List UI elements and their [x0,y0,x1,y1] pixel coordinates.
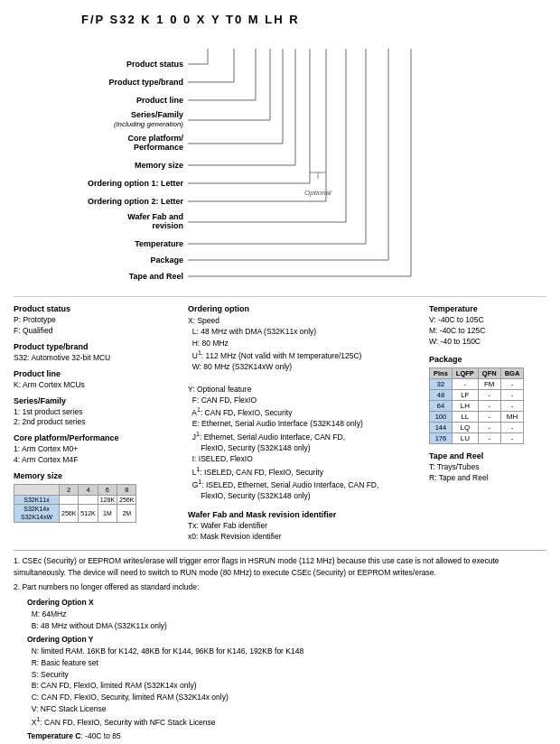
pkg-row-64: 64LH-- [430,400,524,411]
svg-text:Wafer Fab and: Wafer Fab and [127,212,183,221]
note-2-ordering-y: Ordering Option Y N: limited RAM. 16KB f… [14,634,546,728]
mem-row2-label: S32K14xS32K14xW [14,505,60,523]
diagram-svg: Product status Product type/brand Produc… [14,33,555,285]
svg-text:Product type/brand: Product type/brand [108,78,183,87]
series-family-title: Series/Family [14,396,181,405]
notes-section: 1. CSEc (Security) or EEPROM writes/eras… [14,550,546,744]
ordering-x-b: B: 48 MHz without DMA (S32K11x only) [27,621,167,630]
bottom-content: Product status P: PrototypeF: Qualified … [14,296,546,543]
ordering-option-title: Ordering option [188,304,422,313]
ordering-y-s: S: Security [27,670,69,679]
svg-text:(including generation): (including generation) [114,120,183,128]
note-2: 2. Part numbers no longer offered as sta… [14,581,546,593]
note-2-ordering-x: Ordering Option X M: 64MHz B: 48 MHz wit… [14,597,546,631]
svg-text:Ordering option 1: Letter: Ordering option 1: Letter [88,179,183,188]
mid-column: Ordering option X: Speed L: 48 MHz with … [188,304,422,543]
product-status-text: P: PrototypeF: Qualified [14,315,181,337]
svg-text:Performance: Performance [134,143,183,152]
pkg-row-100: 100LL-MH [430,411,524,422]
page: F/P S32 K 1 0 0 X Y T0 M LH R Product st… [0,0,560,744]
temperature-c-title: Temperature C [27,731,80,740]
ordering-y-v: V: NFC Stack License [27,704,107,713]
part-number-svg: F/P S32 K 1 0 0 X Y T0 M LH R [72,9,488,29]
ordering-x-note-title: Ordering Option X [27,598,94,607]
pkg-row-48: 48LF-- [430,389,524,400]
pkg-row-176: 176LU-- [430,432,524,443]
pkg-row-144: 144LQ-- [430,422,524,432]
svg-text:Package: Package [150,256,183,265]
wafer-fab-title: Wafer Fab and Mask revision identifier [188,510,422,519]
svg-text:Ordering option 2: Letter: Ordering option 2: Letter [88,197,183,206]
diagram-section: F/P S32 K 1 0 0 X Y T0 M LH R Product st… [14,9,546,287]
left-column: Product status P: PrototypeF: Qualified … [14,304,181,543]
svg-text:Tape and Reel: Tape and Reel [129,272,183,281]
product-status-title: Product status [14,304,181,313]
tape-reel-text: T: Trays/Tubes R: Tape and Reel [429,462,546,484]
memory-table: 2 4 6 8 S32K11x 128K 256K S32K14xS32K14x… [14,484,136,523]
svg-text:Product status: Product status [126,60,183,69]
series-family-text: 1: 1st product series2: 2nd product seri… [14,407,181,429]
mem-header-4: 4 [79,485,98,496]
package-title: Package [429,355,546,364]
temperature-c-text: : -40C to 85 [80,731,120,740]
tape-reel-title: Tape and Reel [429,451,546,460]
ordering-y-n: N: limited RAM. 16KB for K142, 48KB for … [27,646,303,656]
svg-text:Memory size: Memory size [135,161,183,170]
product-line-title: Product line [14,369,181,378]
memory-size-title: Memory size [14,471,181,480]
ordering-x-m: M: 64MHz [27,609,66,618]
mem-header-6: 6 [98,485,117,496]
pkg-header-qfn: QFN [478,367,500,378]
product-type-text: S32: Automotive 32-bit MCU [14,353,181,364]
pkg-header-lqfp: LQFP [452,367,478,378]
svg-text:F/P  S32  K  1  0  0  X  Y  T0: F/P S32 K 1 0 0 X Y T0 M LH R [81,13,300,26]
pkg-header-bga: BGA [500,367,524,378]
core-platform-title: Core platform/Performance [14,433,181,442]
svg-text:Optional: Optional [304,189,331,197]
pkg-row-32: 32-FM- [430,378,524,389]
mem-header-2: 2 [60,485,79,496]
wafer-fab-text: Tx: Wafer Fab identifier x0: Mask Revisi… [188,521,422,543]
ordering-y-note-title: Ordering Option Y [27,635,94,644]
ordering-y-b: B: CAN FD, FlexIO, limited RAM (S32K14x … [27,681,197,690]
temperature-title: Temperature [429,304,546,313]
pkg-header-pins: Pins [430,367,453,378]
ordering-y-x: X1: CAN FD, FlexIO, Security with NFC St… [27,718,215,727]
mem-header-8: 8 [117,485,136,496]
mem-row1-label: S32K11x [14,496,60,505]
right-column: Temperature V: -40C to 105C M: -40C to 1… [429,304,546,543]
svg-text:Series/Family: Series/Family [131,110,183,119]
temperature-note: Temperature C: -40C to 85 [14,730,546,742]
svg-text:Temperature: Temperature [135,239,183,248]
note-1: 1. CSEc (Security) or EEPROM writes/eras… [14,555,546,579]
ordering-y-c: C: CAN FD, FlexIO, Security, limited RAM… [27,693,229,702]
temperature-text: V: -40C to 105C M: -40C to 125C W: -40 t… [429,315,546,348]
svg-text:Product line: Product line [136,96,183,105]
svg-text:revision: revision [152,221,183,230]
product-line-text: K: Arm Cortex MCUs [14,380,181,391]
package-table: Pins LQFP QFN BGA 32-FM- 48LF-- 64LH-- [429,367,524,444]
ordering-y-r: R: Basic feature set [27,658,98,667]
svg-text:Core platform/: Core platform/ [127,134,183,143]
core-platform-text: 1: Arm Cortex M0+4: Arm Cortex M4F [14,444,181,466]
ordering-option-text: X: Speed L: 48 MHz with DMA (S32K11x onl… [188,315,422,501]
product-type-title: Product type/brand [14,342,181,351]
